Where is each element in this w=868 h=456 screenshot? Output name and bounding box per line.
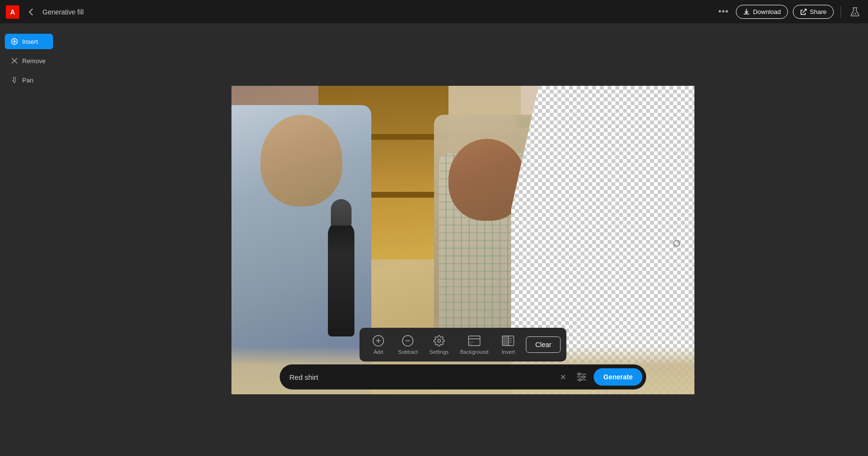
adobe-logo: A: [6, 5, 19, 19]
subtract-icon: [402, 335, 414, 347]
svg-point-0: [853, 14, 854, 15]
prompt-input[interactable]: [289, 373, 552, 381]
canvas-area[interactable]: Add Subtract: [58, 24, 868, 456]
insert-icon: [11, 38, 18, 45]
circle-indicator: [673, 240, 680, 247]
prompt-settings-button[interactable]: [573, 369, 590, 385]
svg-point-1: [855, 13, 856, 14]
share-icon: [800, 9, 807, 15]
floating-toolbar: Add Subtract: [360, 328, 567, 362]
image-container: Add Subtract: [231, 86, 694, 394]
person-left-head: [260, 115, 342, 206]
left-sidebar: Insert Remove Pan: [0, 24, 58, 456]
header: A Generative fill ••• Download Share: [0, 0, 868, 24]
download-icon: [743, 9, 750, 15]
tool-pan[interactable]: Pan: [5, 72, 53, 88]
svg-point-9: [583, 376, 585, 378]
remove-icon: [11, 57, 18, 65]
share-button[interactable]: Share: [793, 5, 834, 19]
pan-icon: [11, 76, 18, 84]
page-title: Generative fill: [42, 8, 711, 16]
invert-icon: [502, 335, 515, 347]
toolbar-subtract[interactable]: Subtract: [393, 332, 423, 358]
main-area: Insert Remove Pan: [0, 24, 868, 456]
toolbar-background[interactable]: Background: [455, 332, 493, 358]
svg-rect-7: [503, 336, 508, 345]
background-label: Background: [460, 349, 488, 355]
tool-insert[interactable]: Insert: [5, 34, 53, 49]
toolbar-invert[interactable]: Invert: [495, 332, 521, 358]
header-actions: ••• Download Share: [716, 4, 862, 20]
bottle-foil: [331, 199, 352, 226]
bottle: [328, 221, 354, 336]
photo-canvas: Add Subtract: [231, 86, 694, 394]
prompt-clear-button[interactable]: ✕: [556, 370, 570, 384]
svg-point-10: [579, 379, 582, 381]
toolbar-settings[interactable]: Settings: [425, 332, 454, 358]
prompt-bar: ✕ Generate: [280, 364, 646, 389]
tool-remove[interactable]: Remove: [5, 53, 53, 68]
settings-label: Settings: [430, 349, 449, 355]
header-divider: [841, 6, 841, 18]
generate-button[interactable]: Generate: [594, 368, 642, 386]
subtract-label: Subtract: [398, 349, 418, 355]
invert-label: Invert: [502, 349, 515, 355]
clear-button[interactable]: Clear: [526, 336, 560, 353]
back-button[interactable]: [24, 5, 38, 19]
settings-icon: [433, 335, 445, 347]
svg-rect-5: [469, 336, 480, 346]
more-options-button[interactable]: •••: [716, 4, 731, 20]
download-button[interactable]: Download: [736, 5, 788, 19]
svg-point-8: [578, 373, 581, 376]
add-label: Add: [374, 349, 383, 355]
add-icon: [372, 335, 385, 347]
toolbar-add[interactable]: Add: [366, 332, 392, 358]
flask-icon[interactable]: [848, 5, 862, 19]
background-icon: [468, 335, 481, 347]
